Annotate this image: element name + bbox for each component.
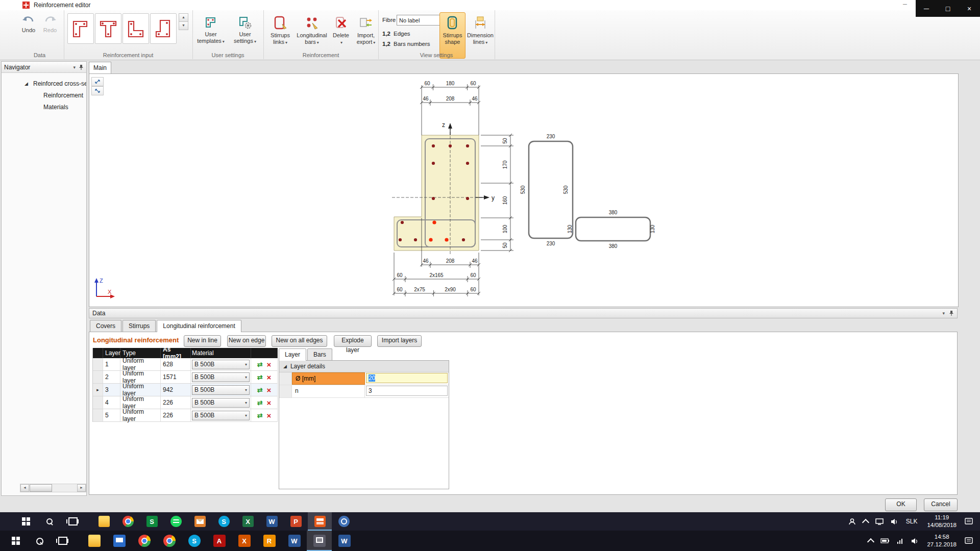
navigator-collapse-icon[interactable]: ▾ xyxy=(73,65,76,70)
task-view-button[interactable] xyxy=(51,531,75,551)
delete-layer-icon[interactable]: × xyxy=(267,399,272,407)
rebar[interactable] xyxy=(414,238,417,241)
replace-layer-icon[interactable]: ⇄ xyxy=(257,412,263,419)
task-view-button[interactable] xyxy=(61,512,85,531)
rebar[interactable] xyxy=(399,238,402,241)
replace-layer-icon[interactable]: ⇄ xyxy=(257,399,263,407)
rebar[interactable] xyxy=(449,144,452,147)
edges-toggle[interactable]: 1,2Edges xyxy=(382,31,410,39)
explode-layer-button[interactable]: Explode layer xyxy=(334,335,372,347)
tree-item-materials[interactable]: Materials xyxy=(2,102,86,113)
zoom-all-button[interactable] xyxy=(91,77,104,86)
host-taskbar-app-chrome[interactable] xyxy=(132,531,157,551)
rebar[interactable] xyxy=(432,197,435,200)
tab-bars[interactable]: Bars xyxy=(307,348,332,361)
bars-numbers-toggle[interactable]: 1,2Bars numbers xyxy=(382,41,430,49)
language-indicator[interactable]: SLK xyxy=(906,518,918,525)
taskbar-app-file-explorer[interactable] xyxy=(92,512,116,531)
concrete-section[interactable] xyxy=(394,135,479,251)
row-selector[interactable] xyxy=(93,358,103,370)
host-taskbar-app-acrobat[interactable]: A xyxy=(207,531,232,551)
replace-layer-icon[interactable]: ⇄ xyxy=(257,386,263,394)
rebar[interactable] xyxy=(466,162,469,165)
rebar-selected[interactable] xyxy=(432,220,436,224)
battery-icon[interactable] xyxy=(880,538,890,543)
rebar[interactable] xyxy=(462,238,465,241)
row-selector[interactable] xyxy=(93,409,103,421)
rebar[interactable] xyxy=(401,221,404,224)
maximize-button[interactable]: □ xyxy=(937,0,959,17)
layer-row[interactable]: ▸3Uniform layer942B 500B▾⇄× xyxy=(93,384,278,396)
material-select[interactable]: B 500B▾ xyxy=(192,411,250,420)
delete-layer-icon[interactable]: × xyxy=(267,373,272,381)
template-shape-2-button[interactable] xyxy=(95,13,121,44)
navigator-scrollbar[interactable]: ◄ ► xyxy=(20,484,86,492)
host-taskbar-app-player[interactable] xyxy=(307,531,332,551)
taskbar-app-settings[interactable] xyxy=(332,512,356,531)
row-selector[interactable] xyxy=(93,396,103,409)
template-shape-1-button[interactable] xyxy=(67,13,94,44)
scroll-right-button[interactable]: ► xyxy=(77,484,86,492)
host-taskbar-app-word[interactable]: W xyxy=(332,531,357,551)
rebar[interactable] xyxy=(432,162,435,165)
taskbar-app-excel[interactable]: X xyxy=(236,512,260,531)
tray-expand-icon[interactable] xyxy=(863,518,868,525)
pin-icon[interactable] xyxy=(949,310,954,316)
rebar[interactable] xyxy=(432,144,435,147)
taskbar-app-word[interactable]: W xyxy=(260,512,284,531)
start-button[interactable] xyxy=(14,512,38,531)
undo-button[interactable]: Undo xyxy=(18,14,39,33)
rebar[interactable] xyxy=(466,144,469,147)
taskbar-app-chrome[interactable] xyxy=(116,512,140,531)
taskbar-app-mail[interactable] xyxy=(188,512,212,531)
row-selector[interactable]: ▸ xyxy=(93,384,103,396)
replace-layer-icon[interactable]: ⇄ xyxy=(257,361,263,368)
taskbar-app-spotify[interactable] xyxy=(164,512,188,531)
template-shape-4-button[interactable] xyxy=(150,13,177,44)
templates-scroll-down-button[interactable]: ▼ xyxy=(179,21,188,30)
group-expander-icon[interactable]: ◢ xyxy=(283,364,287,369)
drawing-canvas[interactable]: z y 601806046208464620846602x16560602x75… xyxy=(89,73,959,307)
new-on-all-edges-button[interactable]: New on all edges xyxy=(272,335,327,347)
ok-button[interactable]: OK xyxy=(885,498,917,511)
clock[interactable]: 14:58 27.12.2018 xyxy=(927,533,957,548)
search-button[interactable] xyxy=(38,512,61,531)
new-on-edge-button[interactable]: New on edge xyxy=(227,335,266,347)
template-shape-3-button[interactable] xyxy=(122,13,149,44)
layer-details-group[interactable]: ◢ Layer details xyxy=(279,361,449,372)
tab-main[interactable]: Main xyxy=(89,62,111,74)
delete-layer-icon[interactable]: × xyxy=(267,361,272,368)
pin-icon[interactable] xyxy=(79,64,84,70)
host-taskbar-app-r-app[interactable]: R xyxy=(257,531,282,551)
tree-expander-icon[interactable]: ◢ xyxy=(24,78,28,90)
stirrup-shape-2[interactable] xyxy=(576,217,650,241)
layer-row[interactable]: 4Uniform layer226B 500B▾⇄× xyxy=(93,396,278,409)
rebar-selected[interactable] xyxy=(429,238,432,241)
app-minimize-button[interactable]: ─ xyxy=(897,0,913,9)
host-taskbar-app-pc[interactable] xyxy=(107,531,132,551)
host-taskbar-app-word[interactable]: W xyxy=(282,531,307,551)
material-select[interactable]: B 500B▾ xyxy=(192,372,250,382)
material-select[interactable]: B 500B▾ xyxy=(192,360,250,369)
delete-layer-icon[interactable]: × xyxy=(267,412,272,419)
detail-label[interactable]: Ø [mm] xyxy=(292,372,365,385)
minimize-button[interactable]: ─ xyxy=(916,0,937,17)
detail-input[interactable]: 3 xyxy=(366,386,448,396)
replace-layer-icon[interactable]: ⇄ xyxy=(257,373,263,381)
host-taskbar-app-orange-x[interactable]: X xyxy=(232,531,257,551)
scroll-left-button[interactable]: ◄ xyxy=(20,484,29,492)
volume-icon[interactable] xyxy=(891,518,898,525)
data-panel-collapse-icon[interactable]: ▾ xyxy=(942,311,945,316)
import-layers-button[interactable]: Import layers xyxy=(377,335,422,347)
row-selector[interactable] xyxy=(93,371,103,383)
taskbar-app-skype[interactable]: S xyxy=(212,512,236,531)
start-button[interactable] xyxy=(4,531,28,551)
tree-item-reinforcement[interactable]: Reinforcement xyxy=(2,90,86,102)
taskbar-app-green-s[interactable]: S xyxy=(140,512,164,531)
layer-row[interactable]: 5Uniform layer226B 500B▾⇄× xyxy=(93,409,278,422)
rebar[interactable] xyxy=(466,197,469,200)
tab-stirrups[interactable]: Stirrups xyxy=(122,320,156,332)
detail-input[interactable]: 20 xyxy=(366,373,448,383)
taskbar-app-powerpoint[interactable]: P xyxy=(284,512,308,531)
redo-button[interactable]: Redo xyxy=(40,14,60,33)
